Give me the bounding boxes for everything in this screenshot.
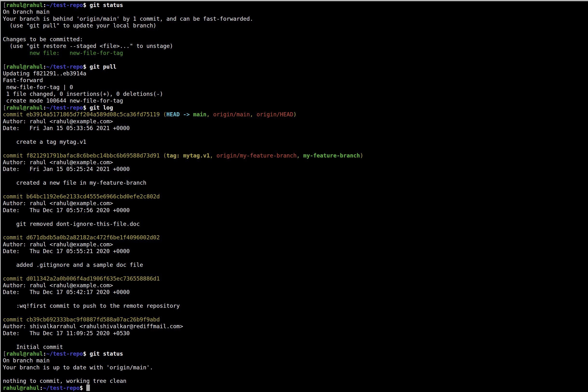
text-segment: : [43,64,46,70]
text-segment: Author: rahul <rahul@example.com> [3,118,113,124]
text-segment: added .gitignore and a sample doc file [3,262,143,268]
text-segment: ) [293,111,297,118]
terminal-line: Author: shivalkarrahul <rahulshivalkar@r… [3,323,588,330]
text-segment: , [206,111,213,118]
terminal-line: created a new file in my-feature-branch [3,180,588,186]
text-segment: $ [80,385,83,391]
text-segment: origin/main [213,111,250,118]
text-segment: $ [83,2,86,8]
text-segment: , [210,152,217,159]
terminal-line: create a tag mytag.v1 [3,138,588,145]
terminal-line: Changes to be committed: [3,36,588,42]
text-segment: Initial commit [3,344,63,350]
text-segment: main [193,111,206,118]
terminal-line: rahul@rahul:~/test-repo$ [3,384,588,391]
text-segment: ~/test-repo [46,350,83,357]
text-segment: Author: rahul <rahul@example.com> [3,200,113,206]
text-segment: On branch main [3,357,50,364]
text-segment: ) [360,152,363,159]
text-segment: $ [83,104,86,111]
terminal-line: Date: Thu Dec 17 11:09:25 2020 +0530 [3,330,588,336]
text-segment: $ [83,64,86,70]
terminal-line: Author: rahul <rahul@example.com> [3,282,588,289]
terminal-line: Your branch is up to date with 'origin/m… [3,364,588,371]
terminal-line: Author: rahul <rahul@example.com> [3,241,588,248]
text-segment: Date: Thu Dec 17 05:55:21 2020 +0000 [3,248,130,254]
text-segment: Date: Fri Jan 15 05:33:56 2021 +0000 [3,125,130,131]
text-segment: new-file-for-tag | 0 [3,84,73,90]
text-segment: Your branch is up to date with 'origin/m… [3,364,153,370]
terminal-line: commit eb3914a5171865d7f204a589d08c5ca36… [3,111,588,118]
text-segment: Author: rahul <rahul@example.com> [3,159,113,166]
terminal-line: commit f821291791bafac8c6bebc14bbc6b6958… [3,152,588,159]
terminal-line: Date: Thu Dec 17 05:57:56 2020 +0000 [3,207,588,214]
text-segment: created a new file in my-feature-branch [3,180,146,186]
terminal-line: [rahul@rahul:~/test-repo$ git log [3,104,588,111]
terminal-line: commit d011342a2a0b006f4ad1906f635ec7365… [3,275,588,282]
text-segment: git removed dont-ignore-this-file.doc [3,221,140,227]
terminal-line: Date: Fri Jan 15 05:25:24 2021 +0000 [3,166,588,172]
text-segment: (use "git restore --staged <file>..." to… [3,43,173,49]
terminal-line: [rahul@rahul:~/test-repo$ git pull [3,63,588,70]
text-segment: $ [83,350,86,357]
terminal-line: Date: Thu Dec 17 05:42:17 2020 +0000 [3,289,588,296]
terminal-line [3,371,588,378]
text-segment: commit b64bc1192e6e2133cd4555e6966cbd0ef… [3,193,160,200]
terminal-screen[interactable]: [rahul@rahul:~/test-repo$ git statusOn b… [1,1,588,391]
terminal-line: Your branch is behind 'origin/main' by 1… [3,16,588,22]
text-segment: : [43,2,46,8]
text-segment: rahul@rahul [6,350,43,357]
text-segment: rahul@rahul [6,104,43,111]
text-segment: origin/my-feature-branch [216,152,297,159]
text-segment: tag: mytag.v1 [167,152,210,159]
terminal-line: Initial commit [3,344,588,350]
terminal-line [3,336,588,343]
text-segment: commit cb39cb692333bac9f0887fd588a07ac26… [3,316,160,323]
text-segment: 1 file changed, 0 insertions(+), 0 delet… [3,91,163,97]
terminal-line: added .gitignore and a sample doc file [3,262,588,268]
text-segment: [ [3,2,6,8]
terminal-line [3,145,588,152]
text-segment: commit eb3914a5171865d7f204a589d08c5ca36… [3,111,167,118]
terminal-line: Author: rahul <rahul@example.com> [3,200,588,206]
text-segment: rahul@rahul [6,2,43,8]
terminal-line [3,173,588,180]
text-segment: , [250,111,257,118]
text-segment: commit f821291791bafac8c6bebc14bbc6b6958… [3,152,167,159]
text-segment: (use "git pull" to update your local bra… [3,22,156,29]
text-segment: Date: Thu Dec 17 05:42:17 2020 +0000 [3,289,130,295]
terminal-line: nothing to commit, working tree clean [3,378,588,384]
text-segment: , [297,152,304,159]
terminal-line [3,132,588,138]
terminal-line: commit d671dbdb5a0b2a82182ac472f6be1f409… [3,234,588,241]
text-segment: ~/test-repo [46,64,83,70]
text-segment: my-feature-branch [303,152,360,159]
terminal-line [3,214,588,220]
terminal-line: git removed dont-ignore-this-file.doc [3,220,588,227]
terminal-line: (use "git restore --staged <file>..." to… [3,42,588,49]
text-segment: Author: rahul <rahul@example.com> [3,282,113,288]
terminal-line: [rahul@rahul:~/test-repo$ git status [3,2,588,8]
text-segment: commit d011342a2a0b006f4ad1906f635ec7365… [3,276,160,282]
terminal-line [3,186,588,193]
terminal-cursor [86,384,90,391]
terminal-line: new file: new-file-for-tag [3,50,588,56]
terminal-line [3,29,588,36]
terminal-line: Updating f821291..eb3914a [3,70,588,77]
text-segment: On branch main [3,9,50,15]
text-segment: git status [86,350,123,357]
terminal-line: Date: Thu Dec 17 05:55:21 2020 +0000 [3,248,588,254]
text-segment: ~/test-repo [46,2,83,8]
text-segment: git status [86,2,123,8]
text-segment: : [40,385,43,391]
terminal-line: :wq!first commit to push to the remote r… [3,302,588,309]
text-segment: HEAD -> [167,111,193,118]
terminal-line [3,296,588,302]
terminal-line [3,227,588,234]
text-segment: rahul@rahul [6,64,43,70]
text-segment: : [43,104,46,111]
terminal-line: Author: rahul <rahul@example.com> [3,118,588,125]
terminal-line: [rahul@rahul:~/test-repo$ git status [3,350,588,357]
terminal-line [3,310,588,316]
text-segment: create mode 100644 new-file-for-tag [3,98,123,104]
